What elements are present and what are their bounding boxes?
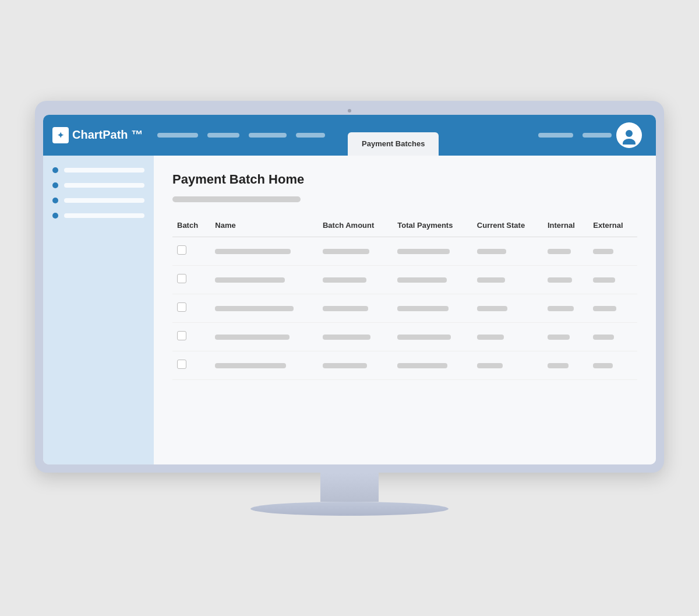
cell-batch-amount-0 <box>318 237 393 265</box>
cell-internal-4 <box>543 351 588 379</box>
nav-right-placeholder-2 <box>582 133 612 138</box>
cell-external-4 <box>588 351 637 379</box>
cell-total-payments-3 <box>393 322 472 351</box>
nav-right-placeholder-1 <box>538 133 573 138</box>
sidebar-item-3[interactable] <box>52 198 144 203</box>
checkbox-1[interactable] <box>177 274 186 283</box>
svg-point-1 <box>626 130 633 137</box>
sidebar-line-4 <box>64 213 144 218</box>
logo-label: ChartPath <box>72 128 128 142</box>
nav-placeholder-3 <box>249 133 287 138</box>
monitor-screen: ✦ ChartPath™ Payment Batches <box>35 101 664 473</box>
cell-internal-0 <box>543 237 588 265</box>
table-row[interactable] <box>172 294 637 322</box>
screen-inner: ✦ ChartPath™ Payment Batches <box>43 115 656 464</box>
cell-current-state-4 <box>472 351 543 379</box>
cell-external-2 <box>588 294 637 322</box>
cell-batch-1[interactable] <box>172 265 210 294</box>
monitor-wrapper: ✦ ChartPath™ Payment Batches <box>29 101 670 516</box>
checkbox-4[interactable] <box>177 360 186 369</box>
user-avatar[interactable] <box>612 115 647 156</box>
nav-placeholder-4 <box>296 133 325 138</box>
cell-name-3 <box>210 322 318 351</box>
navbar: ✦ ChartPath™ Payment Batches <box>43 115 656 156</box>
sidebar-item-1[interactable] <box>52 167 144 173</box>
cell-total-payments-4 <box>393 351 472 379</box>
cell-external-3 <box>588 322 637 351</box>
tab-payment-batches[interactable]: Payment Batches <box>348 132 439 156</box>
cell-batch-amount-4 <box>318 351 393 379</box>
cell-batch-amount-3 <box>318 322 393 351</box>
cell-external-0 <box>588 237 637 265</box>
cell-internal-3 <box>543 322 588 351</box>
table-row[interactable] <box>172 351 637 379</box>
logo-text: ✦ ChartPath™ <box>52 127 143 143</box>
monitor-stand-base <box>250 502 449 516</box>
logo: ✦ ChartPath™ <box>52 115 146 156</box>
tab-label: Payment Batches <box>362 139 425 148</box>
avatar-icon <box>616 122 642 148</box>
monitor-stand-neck <box>320 473 379 502</box>
checkbox-0[interactable] <box>177 245 186 255</box>
sidebar-dot-1 <box>52 167 58 173</box>
checkbox-2[interactable] <box>177 302 186 312</box>
table-row[interactable] <box>172 237 637 265</box>
cell-total-payments-2 <box>393 294 472 322</box>
sidebar-dot-4 <box>52 213 58 219</box>
cell-total-payments-1 <box>393 265 472 294</box>
table-body <box>172 237 637 379</box>
cell-batch-0[interactable] <box>172 237 210 265</box>
page-content: Payment Batch Home Batch Name Batch Amou… <box>154 156 656 464</box>
sidebar-item-4[interactable] <box>52 213 144 219</box>
cell-internal-1 <box>543 265 588 294</box>
sidebar-dot-3 <box>52 198 58 203</box>
sidebar <box>43 156 154 464</box>
col-name: Name <box>210 216 318 237</box>
cell-current-state-1 <box>472 265 543 294</box>
col-internal: Internal <box>543 216 588 237</box>
cell-name-0 <box>210 237 318 265</box>
col-batch: Batch <box>172 216 210 237</box>
cell-external-1 <box>588 265 637 294</box>
table-header: Batch Name Batch Amount Total Payments C… <box>172 216 637 237</box>
nav-placeholder-2 <box>207 133 239 138</box>
cell-current-state-0 <box>472 237 543 265</box>
cell-current-state-2 <box>472 294 543 322</box>
sidebar-dot-2 <box>52 182 58 188</box>
main-content: Payment Batch Home Batch Name Batch Amou… <box>43 156 656 464</box>
screen-dot <box>348 109 351 112</box>
cell-name-4 <box>210 351 318 379</box>
page-title: Payment Batch Home <box>172 172 637 187</box>
cell-total-payments-0 <box>393 237 472 265</box>
sidebar-line-3 <box>64 198 144 203</box>
table-row[interactable] <box>172 265 637 294</box>
data-table: Batch Name Batch Amount Total Payments C… <box>172 216 637 380</box>
col-external: External <box>588 216 637 237</box>
table-row[interactable] <box>172 322 637 351</box>
cell-internal-2 <box>543 294 588 322</box>
cell-batch-2[interactable] <box>172 294 210 322</box>
col-current-state: Current State <box>472 216 543 237</box>
nav-right-placeholders <box>538 115 612 156</box>
cell-name-2 <box>210 294 318 322</box>
col-total-payments: Total Payments <box>393 216 472 237</box>
cell-batch-amount-2 <box>318 294 393 322</box>
cell-batch-amount-1 <box>318 265 393 294</box>
logo-icon: ✦ <box>52 127 69 143</box>
nav-placeholder-1 <box>157 133 198 138</box>
nav-tabs: Payment Batches <box>336 115 538 156</box>
sidebar-line-2 <box>64 183 144 188</box>
nav-left-placeholders <box>146 115 336 156</box>
sidebar-line-1 <box>64 168 144 173</box>
search-bar[interactable] <box>172 196 301 202</box>
cell-name-1 <box>210 265 318 294</box>
sidebar-item-2[interactable] <box>52 182 144 188</box>
cell-batch-3[interactable] <box>172 322 210 351</box>
cell-current-state-3 <box>472 322 543 351</box>
cell-batch-4[interactable] <box>172 351 210 379</box>
col-batch-amount: Batch Amount <box>318 216 393 237</box>
checkbox-3[interactable] <box>177 331 186 340</box>
